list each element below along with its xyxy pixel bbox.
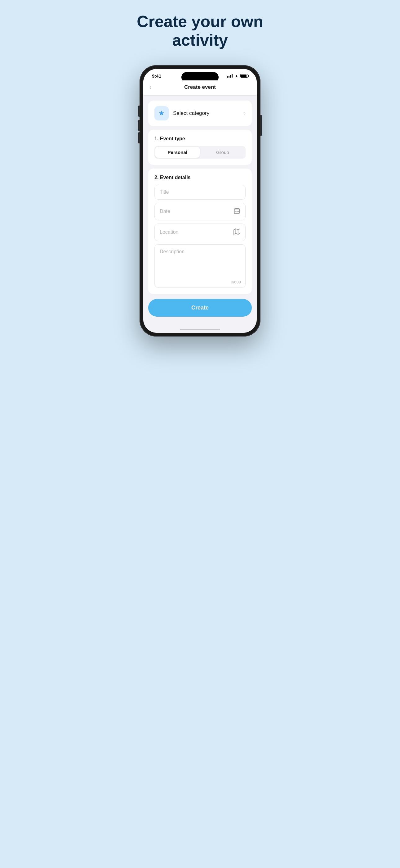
phone-screen: 9:41 ▲ ‹ Create event bbox=[143, 69, 257, 333]
group-option[interactable]: Group bbox=[201, 147, 245, 158]
title-field[interactable]: Title bbox=[155, 185, 245, 199]
chevron-right-icon: › bbox=[244, 111, 245, 116]
category-icon-bg: ★ bbox=[155, 106, 169, 120]
location-field[interactable]: Location bbox=[155, 223, 245, 241]
date-field[interactable]: Date bbox=[155, 203, 245, 220]
map-icon bbox=[233, 228, 240, 237]
battery-icon bbox=[240, 74, 248, 78]
category-left: ★ Select category bbox=[155, 106, 209, 120]
event-type-section: 1. Event type Personal Group bbox=[148, 130, 252, 165]
home-indicator bbox=[143, 327, 257, 333]
nav-bar: ‹ Create event bbox=[143, 81, 257, 96]
svg-rect-4 bbox=[235, 211, 236, 212]
date-placeholder: Date bbox=[160, 209, 170, 214]
description-field[interactable]: Description 0/600 bbox=[155, 244, 245, 288]
event-details-section: 2. Event details Title Date bbox=[148, 168, 252, 294]
create-button-container: Create bbox=[143, 294, 257, 327]
char-count: 0/600 bbox=[231, 280, 241, 284]
select-category-button[interactable]: ★ Select category › bbox=[148, 101, 252, 126]
category-label: Select category bbox=[173, 110, 209, 116]
event-type-title: 1. Event type bbox=[155, 136, 245, 142]
description-placeholder: Description bbox=[160, 249, 185, 254]
nav-title: Create event bbox=[184, 84, 216, 90]
back-button[interactable]: ‹ bbox=[149, 84, 152, 91]
page-title: Create your own activity bbox=[137, 12, 263, 50]
signal-icon bbox=[227, 74, 233, 78]
phone-frame: 9:41 ▲ ‹ Create event bbox=[139, 65, 261, 337]
calendar-icon bbox=[233, 207, 240, 216]
status-icons: ▲ bbox=[227, 73, 248, 78]
svg-marker-7 bbox=[234, 228, 240, 234]
event-type-toggle: Personal Group bbox=[155, 146, 245, 159]
location-placeholder: Location bbox=[160, 229, 178, 235]
personal-option[interactable]: Personal bbox=[155, 147, 200, 158]
star-icon: ★ bbox=[159, 109, 165, 117]
title-placeholder: Title bbox=[160, 189, 169, 195]
wifi-icon: ▲ bbox=[234, 73, 238, 78]
svg-rect-5 bbox=[237, 211, 237, 212]
screen-content: ★ Select category › 1. Event type Person… bbox=[143, 96, 257, 294]
status-bar: 9:41 ▲ bbox=[143, 69, 257, 81]
event-details-title: 2. Event details bbox=[155, 175, 245, 180]
create-button[interactable]: Create bbox=[148, 299, 252, 317]
svg-rect-6 bbox=[238, 211, 239, 212]
status-time: 9:41 bbox=[152, 73, 161, 79]
home-bar bbox=[180, 329, 220, 330]
